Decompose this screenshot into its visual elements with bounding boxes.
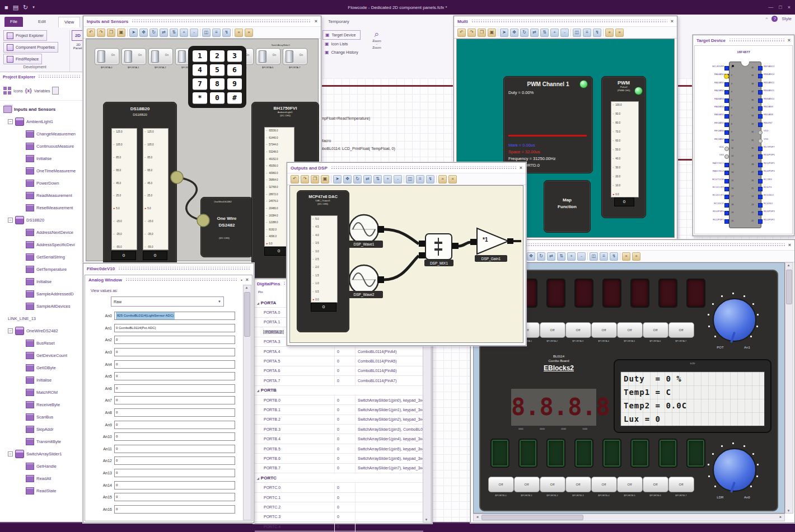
pin-connector[interactable] <box>758 147 763 151</box>
app-titlebar[interactable]: ■ ▤ ↻ ▾ Flowcode - Dedicated 2D componen… <box>0 0 795 15</box>
switch-knob[interactable] <box>286 50 293 63</box>
undo-icon[interactable]: ↶ <box>291 175 299 183</box>
flip-horizontal-icon[interactable]: ⇄ <box>160 29 168 37</box>
pin-connector[interactable] <box>758 123 763 127</box>
tree-item-inputs and sensors[interactable]: Inputs and Sensors <box>0 103 83 115</box>
tree-item-ambientlight1[interactable]: –AmbientLight1 <box>0 115 83 128</box>
tree-item-ds18b20[interactable]: –DS18B20 <box>0 214 83 226</box>
channel-value-field[interactable]: 0 <box>114 445 235 453</box>
pwm-gauge-component[interactable]: PWM Pulse2 (PWM CH1) –100.0–90.0–80.0–70… <box>601 76 646 218</box>
copy-icon[interactable]: ❐ <box>311 175 319 183</box>
pin-connector[interactable] <box>724 90 729 95</box>
keypad-key-8[interactable]: 8 <box>210 78 225 90</box>
pin-row-portc.2[interactable]: PORTC.20 <box>255 502 423 512</box>
switch-porta7[interactable]: On$PORTA.7 <box>282 48 307 69</box>
group-expand-icon[interactable]: ◢ <box>257 477 259 480</box>
tree-item-onewireds2482[interactable]: –OneWireDS2482 <box>0 324 83 337</box>
duty-gauge[interactable]: –100.0–90.0–80.0–70.0–60.0–50.0–40.0–30.… <box>611 101 639 197</box>
channel-value-field[interactable]: 0 <box>114 456 235 465</box>
copy-icon[interactable]: ❐ <box>107 29 115 37</box>
undo-icon[interactable]: ↶ <box>87 29 95 37</box>
switch-porta1[interactable]: On$PORTA.1 <box>121 48 146 69</box>
toggle-target-device[interactable]: ▣Target Device <box>322 30 361 40</box>
window-titlebar[interactable]: Fl0wc0deV10 <box>83 263 254 274</box>
tab-file[interactable]: File <box>4 17 23 27</box>
close-icon[interactable]: × <box>671 19 674 24</box>
flip-vertical-icon[interactable]: ⇅ <box>373 175 382 183</box>
pin-row-portc[interactable]: ◢PORTC <box>255 473 423 483</box>
cursor-icon[interactable]: ➤ <box>333 175 342 183</box>
pin-connector[interactable] <box>724 147 729 151</box>
pin-connector[interactable] <box>724 139 729 143</box>
pot-knob[interactable] <box>707 292 760 346</box>
off-button[interactable]: Off <box>668 322 694 338</box>
copy-icon[interactable]: ❐ <box>478 29 486 37</box>
group-expand-icon[interactable]: ◢ <box>257 302 259 305</box>
paste-icon[interactable]: ▣ <box>117 29 125 37</box>
pin-connector[interactable] <box>724 163 729 167</box>
view-values-dropdown[interactable]: Raw ▼ <box>111 296 224 307</box>
board-button-porta5[interactable]: Off$PORTA.5 <box>617 322 642 343</box>
zoom-out-icon[interactable]: - <box>190 29 198 37</box>
paste-icon[interactable]: ▣ <box>488 29 496 37</box>
close-icon[interactable]: × <box>246 277 249 283</box>
cursor-icon[interactable]: ➤ <box>129 29 138 37</box>
component-icon[interactable]: ◫ <box>202 29 211 37</box>
tree-item-gethandle[interactable]: GetHandle <box>0 460 83 472</box>
flip-horizontal-icon[interactable]: ⇄ <box>547 252 555 261</box>
tree-item-busreset[interactable]: BusReset <box>0 337 83 349</box>
pin-connector[interactable] <box>758 114 763 119</box>
window-titlebar[interactable]: Inputs and Sensors × <box>83 16 321 26</box>
channel-value-field[interactable]: 0 <box>114 432 235 441</box>
minimize-button[interactable]: — <box>768 4 773 10</box>
vertical-scrollbar[interactable]: ▲ <box>243 285 251 520</box>
switch-knob[interactable] <box>151 50 159 63</box>
close-button[interactable]: × <box>788 4 791 10</box>
tree-expander-icon[interactable]: – <box>8 328 13 333</box>
off-button[interactable]: Off <box>540 322 565 338</box>
off-button[interactable]: Off <box>514 477 540 492</box>
flip-vertical-icon[interactable]: ⇅ <box>557 252 565 261</box>
off-button[interactable]: Off <box>643 322 668 338</box>
tree-item-matchrom[interactable]: MatchROM <box>0 386 83 398</box>
board-button-portb1[interactable]: Off$PORTB.1 <box>514 477 539 497</box>
channel-value-field[interactable]: 0 <box>114 408 235 417</box>
ribbon-collapse-icon[interactable]: ^ <box>765 16 768 21</box>
pin-row-porta.4[interactable]: PORTA.40ComboBL0114(PinA4) <box>255 347 423 356</box>
pin-connector[interactable] <box>758 106 763 111</box>
switch-knob[interactable] <box>97 50 105 63</box>
scroll-down-icon[interactable]: ▼ <box>785 509 792 512</box>
wire-icon[interactable]: ↯ <box>222 29 231 37</box>
close-icon[interactable]: × <box>520 166 522 171</box>
keypad-key-4[interactable]: 4 <box>193 64 207 76</box>
pin-connector[interactable] <box>758 187 763 191</box>
board-button-porta4[interactable]: Off$PORTA.4 <box>591 322 616 343</box>
redo-icon[interactable]: ↷ <box>467 29 476 37</box>
component-icon[interactable]: ◫ <box>590 252 598 261</box>
tree-item-sampleaddressedd[interactable]: SampleAddressedD <box>0 288 83 300</box>
clear-icon[interactable]: × <box>615 29 624 37</box>
pin-connector[interactable] <box>758 74 763 78</box>
zoom-in-icon[interactable]: + <box>384 175 392 183</box>
tree-item-onetimemeasureme[interactable]: OneTimeMeasureme <box>0 164 83 177</box>
wire-icon[interactable]: ↯ <box>610 252 618 261</box>
tree-item-link_line_13[interactable]: LINK_LINE_13 <box>0 312 83 324</box>
tree-expander-icon[interactable]: – <box>8 451 13 456</box>
slide-switch[interactable]: On <box>121 48 146 65</box>
pin-connector[interactable] <box>724 123 729 127</box>
pwm-channel-component[interactable]: PWM Channel 1 Duty = 0.00% Mark = 0.00us… <box>503 76 593 173</box>
channel-value-field[interactable]: 0 <box>114 372 235 380</box>
pin-connector[interactable] <box>724 187 729 191</box>
icons-view-icon[interactable] <box>3 87 11 95</box>
window-titlebar[interactable]: Outputs and DSP × <box>287 163 526 173</box>
tree-item-changemeasuremen[interactable]: ChangeMeasuremen <box>0 128 83 140</box>
pin-connector[interactable] <box>724 203 729 208</box>
keypad-key-#[interactable]: # <box>227 92 242 103</box>
tree-expander-icon[interactable]: – <box>8 119 13 124</box>
off-button[interactable]: Off <box>591 477 617 492</box>
pin-row-portb.4[interactable]: PORTB.40SwitchArraySlider1(pin4), keypad… <box>255 434 423 444</box>
tree-item-scanbus[interactable]: ScanBus <box>0 411 83 423</box>
off-button[interactable]: Off <box>643 477 668 492</box>
pin-connector[interactable] <box>724 195 729 199</box>
2d-panel-icon[interactable]: 2D <box>72 30 84 41</box>
